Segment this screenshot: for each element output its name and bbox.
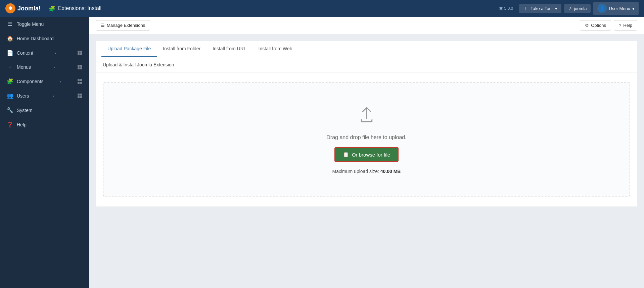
home-icon: 🏠 [7,35,13,42]
avatar: 👤 [597,4,607,13]
browse-for-file-button[interactable]: 📋 Or browse for file [334,147,399,162]
sidebar-item-content[interactable]: 📄 Content › [0,46,89,60]
upload-card: Upload & Install Joomla Extension [96,57,637,207]
sidebar-toggle-menu[interactable]: ☰ Toggle Menu [0,17,89,31]
gear-icon: ⚙ [585,23,589,28]
drag-drop-text: Drag and drop file here to upload. [326,134,406,140]
page-title: 🧩 Extensions: Install [49,5,492,12]
logo-text: Joomla! [17,5,41,12]
content-area: Upload Package File Install from Folder … [89,34,644,288]
file-icon: 📋 [343,152,349,158]
sidebar-item-users[interactable]: 👥 Users › [0,89,89,103]
sub-header-right: ⚙ Options ? Help [580,20,637,31]
tab-install-url[interactable]: Install from URL [206,41,252,57]
help-button[interactable]: ? Help [614,20,637,31]
topbar: ✱ Joomla! 🧩 Extensions: Install ⌘ 5.0.0 … [0,0,644,17]
system-icon: 🔧 [7,107,13,113]
grid-icon [78,79,82,84]
tab-install-web[interactable]: Install from Web [252,41,298,57]
sidebar-menus-label: Menus [17,64,31,70]
logo: ✱ Joomla! [5,3,41,13]
users-icon: 👥 [7,93,13,99]
menus-icon: ≡ [7,64,13,70]
card-header: Upload & Install Joomla Extension [96,57,637,72]
toggle-menu-icon: ☰ [7,21,13,27]
tab-upload-package[interactable]: Upload Package File [101,41,157,57]
grid-icon [78,51,82,55]
main-content: ☰ Manage Extensions ⚙ Options ? Help [89,17,644,288]
help-sidebar-icon: ❓ [7,121,13,128]
sidebar-item-components[interactable]: 🧩 Components › [0,74,89,89]
puzzle-icon: 🧩 [49,5,55,12]
sidebar-item-menus[interactable]: ≡ Menus › [0,60,89,74]
components-icon: 🧩 [7,78,13,84]
take-tour-button[interactable]: 🚶 Take a Tour ▾ [519,4,561,13]
upload-icon [357,105,377,128]
options-button[interactable]: ⚙ Options [580,20,611,31]
max-upload-size: Maximum upload size: 40.00 MB [332,169,401,174]
chevron-down-icon: ▾ [632,6,635,11]
help-label: Help [623,23,632,28]
layout: ☰ Toggle Menu 🏠 Home Dashboard 📄 Content… [0,17,644,288]
chevron-right-icon: › [53,94,54,98]
list-icon: ☰ [101,23,105,28]
external-link-icon: ↗ [568,6,572,11]
grid-icon [78,65,82,69]
version-badge: ⌘ 5.0.0 [496,5,516,12]
card-body: Drag and drop file here to upload. 📋 Or … [96,72,637,207]
sidebar-system-label: System [17,108,33,113]
content-icon: 📄 [7,50,13,56]
grid-icon [78,94,82,98]
tour-icon: 🚶 [523,6,528,11]
sidebar-item-help[interactable]: ❓ Help [0,117,89,132]
toggle-menu-label: Toggle Menu [17,21,44,27]
tabs-card-wrapper: Upload Package File Install from Folder … [96,41,637,207]
sidebar-content-label: Content [17,50,33,56]
chevron-right-icon: › [55,51,56,55]
sub-header-left: ☰ Manage Extensions [96,20,150,31]
sidebar-item-home-dashboard[interactable]: 🏠 Home Dashboard [0,31,89,46]
max-size-value: 40.00 MB [380,169,401,174]
chevron-right-icon: › [54,65,55,69]
joomla-logo-icon: ✱ [5,3,15,13]
topbar-right: ⌘ 5.0.0 🚶 Take a Tour ▾ ↗ joomla 👤 User … [496,2,639,15]
sidebar-help-label: Help [17,122,27,127]
user-menu-button[interactable]: 👤 User Menu ▾ [593,2,639,15]
sidebar-components-label: Components [17,79,43,84]
sidebar-users-label: Users [17,93,29,99]
joomla-link-button[interactable]: ↗ joomla [564,4,591,13]
manage-extensions-label: Manage Extensions [107,23,145,28]
tabs-bar: Upload Package File Install from Folder … [96,41,637,57]
sub-header: ☰ Manage Extensions ⚙ Options ? Help [89,17,644,34]
manage-extensions-button[interactable]: ☰ Manage Extensions [96,20,150,31]
chevron-down-icon: ▾ [555,6,557,11]
sidebar-item-system[interactable]: 🔧 System [0,103,89,117]
sidebar-home-label: Home Dashboard [17,36,54,41]
question-icon: ? [619,23,621,28]
sidebar: ☰ Toggle Menu 🏠 Home Dashboard 📄 Content… [0,17,89,288]
options-label: Options [591,23,606,28]
upload-dropzone[interactable]: Drag and drop file here to upload. 📋 Or … [103,82,630,196]
chevron-right-icon: › [60,79,61,83]
tab-install-folder[interactable]: Install from Folder [157,41,206,57]
